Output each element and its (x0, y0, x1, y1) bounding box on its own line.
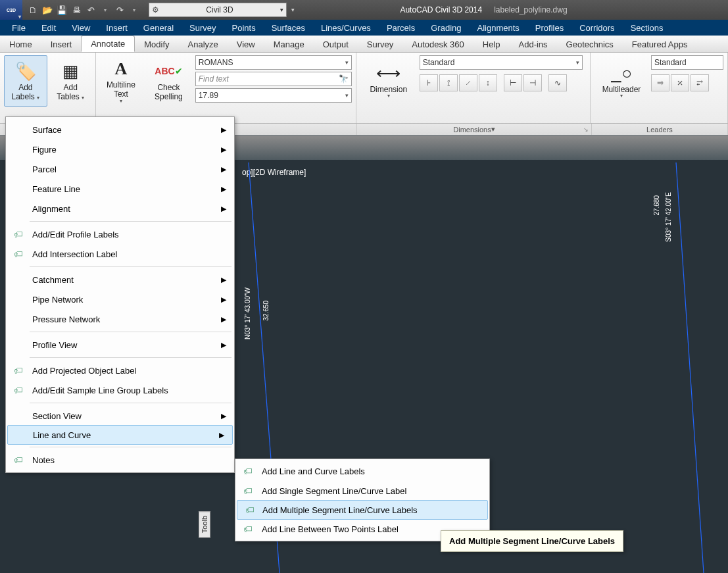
redo-icon[interactable]: ↷ (113, 3, 126, 16)
menu-item-label: Figure (32, 145, 57, 155)
workspace-value: Civil 3D (206, 5, 233, 14)
submenu-item-add-line-and-curve-labels[interactable]: 🏷Add Line and Curve Labels (235, 461, 489, 481)
menu-item-label: Section View (32, 411, 82, 421)
menu-item-notes[interactable]: 🏷Notes (6, 450, 234, 470)
multiline-text-button[interactable]: A Multiline Text ▾ (100, 55, 142, 107)
qat-customize-icon[interactable]: ▾ (287, 7, 299, 13)
menu-grading[interactable]: Grading (423, 21, 469, 35)
multileader-button[interactable]: ⎯○ Multileader ▾ (595, 55, 648, 107)
label-tag-icon: 🏷 (243, 486, 253, 496)
text-a-icon: A (114, 58, 127, 80)
menu-parcels[interactable]: Parcels (379, 21, 423, 35)
tab-survey[interactable]: Survey (358, 37, 402, 52)
menu-points[interactable]: Points (224, 21, 264, 35)
menu-item-label: Alignment (32, 204, 70, 214)
line-label-right: S03° 17' 42.00"E (664, 192, 673, 242)
add-labels-button[interactable]: 🏷️ Add Labels ▾ (4, 55, 47, 107)
menu-item-parcel[interactable]: Parcel▶ (6, 159, 234, 179)
tab-help[interactable]: Help (473, 37, 510, 52)
tab-manage[interactable]: Manage (264, 37, 314, 52)
undo-dropdown-icon[interactable]: ▾ (99, 3, 112, 16)
submenu-item-add-single-segment-line-curve-label[interactable]: 🏷Add Single Segment Line/Curve Label (235, 481, 489, 501)
menu-item-add-projected-object-label[interactable]: 🏷Add Projected Object Label (6, 361, 234, 380)
line-dist-right: 27.680 (652, 195, 661, 216)
tab-output[interactable]: Output (314, 37, 358, 52)
label-tag-icon: 🏷 (14, 249, 23, 259)
tab-analyze[interactable]: Analyze (179, 37, 228, 52)
menu-item-pressure-network[interactable]: Pressure Network▶ (6, 309, 234, 329)
menu-file[interactable]: File (4, 21, 34, 35)
menu-item-figure[interactable]: Figure▶ (6, 139, 234, 159)
leader-tool-3[interactable]: ⥂ (691, 74, 709, 91)
find-text-input[interactable]: Find text 🔭 (195, 72, 352, 86)
tab-geotechnics[interactable]: Geotechnics (557, 37, 623, 52)
menu-general[interactable]: General (135, 21, 182, 35)
dim-tool-3[interactable]: ⟋ (459, 74, 477, 91)
menu-item-add-edit-sample-line-group-labels[interactable]: 🏷Add/Edit Sample Line Group Labels (6, 380, 234, 400)
menu-item-label: Pressure Network (32, 314, 100, 324)
menu-item-add-edit-profile-labels[interactable]: 🏷Add/Edit Profile Labels (6, 224, 234, 244)
add-tables-button[interactable]: ▦ Add Tables ▾ (50, 55, 91, 107)
dim-tool-1[interactable]: ⊦ (420, 74, 438, 91)
tab-insert[interactable]: Insert (41, 37, 82, 52)
menu-view[interactable]: View (64, 21, 98, 35)
menu-survey[interactable]: Survey (182, 21, 224, 35)
chevron-down-icon: ▾ (387, 93, 390, 99)
table-icon: ▦ (62, 61, 79, 83)
menu-linescurves[interactable]: Lines/Curves (313, 21, 379, 35)
dim-tool-5[interactable]: ⊢ (504, 74, 522, 91)
toolspace-palette-tab[interactable]: Toolb (199, 511, 210, 537)
print-icon[interactable]: 🖶 (70, 3, 83, 16)
tab-annotate[interactable]: Annotate (81, 36, 135, 52)
leader-style-combo[interactable]: Standard (651, 55, 723, 70)
menu-profiles[interactable]: Profiles (527, 21, 571, 35)
redo-dropdown-icon[interactable]: ▾ (128, 3, 141, 16)
menu-insert[interactable]: Insert (98, 21, 135, 35)
menu-edit[interactable]: Edit (34, 21, 64, 35)
menu-item-profile-view[interactable]: Profile View▶ (6, 335, 234, 355)
menu-item-section-view[interactable]: Section View▶ (6, 406, 234, 426)
menu-item-surface[interactable]: Surface▶ (6, 120, 234, 139)
tab-modify[interactable]: Modify (135, 37, 178, 52)
text-style-combo[interactable]: ROMANS ▾ (195, 55, 352, 70)
menu-item-alignment[interactable]: Alignment▶ (6, 199, 234, 218)
submenu-item-add-multiple-segment-line-curve-labels[interactable]: 🏷Add Multiple Segment Line/Curve Labels (237, 500, 488, 520)
dialog-launcher-icon[interactable]: ↘ (583, 126, 589, 133)
open-icon[interactable]: 📂 (41, 3, 54, 16)
chevron-down-icon[interactable]: ▾ (491, 125, 495, 134)
dimension-button[interactable]: ⟷ Dimension ▾ (360, 55, 417, 107)
dim-tool-7[interactable]: ∿ (548, 74, 567, 91)
workspace-combo[interactable]: ⚙ Civil 3D ▾ (149, 3, 287, 17)
quick-access-toolbar: 🗋 📂 💾 🖶 ↶ ▾ ↷ ▾ (22, 3, 145, 16)
menu-sections[interactable]: Sections (623, 21, 671, 35)
app-menu-icon[interactable]: C3D (0, 0, 22, 20)
tab-addins[interactable]: Add-ins (510, 37, 557, 52)
undo-icon[interactable]: ↶ (84, 3, 97, 16)
menu-item-add-intersection-label[interactable]: 🏷Add Intersection Label (6, 244, 234, 264)
menu-item-pipe-network[interactable]: Pipe Network▶ (6, 289, 234, 309)
dim-tool-4[interactable]: ↕ (479, 74, 497, 91)
menu-item-catchment[interactable]: Catchment▶ (6, 270, 234, 289)
menu-surfaces[interactable]: Surfaces (264, 21, 313, 35)
dim-tool-6[interactable]: ⊣ (523, 74, 542, 91)
tab-featuredapps[interactable]: Featured Apps (623, 37, 697, 52)
dim-style-combo[interactable]: Standard ▾ (420, 55, 583, 70)
text-height-combo[interactable]: 17.89 ▾ (195, 88, 352, 103)
chevron-down-icon: ▾ (82, 95, 84, 101)
menu-item-label: Feature Line (32, 184, 80, 194)
new-icon[interactable]: 🗋 (26, 3, 39, 16)
leader-tool-1[interactable]: ⥤ (651, 74, 669, 91)
dim-tool-2[interactable]: ⟟ (439, 74, 458, 91)
menu-alignments[interactable]: Alignments (469, 21, 527, 35)
tab-home[interactable]: Home (0, 37, 41, 52)
menu-item-line-and-curve[interactable]: Line and Curve▶ (7, 425, 233, 445)
tab-view[interactable]: View (228, 37, 264, 52)
check-spelling-button[interactable]: ABC✔ Check Spelling (145, 55, 193, 107)
menu-corridors[interactable]: Corridors (571, 21, 622, 35)
leader-tool-2[interactable]: ⤫ (671, 74, 689, 91)
label-tag-icon: 🏷 (14, 385, 23, 395)
tab-autodesk360[interactable]: Autodesk 360 (402, 37, 473, 52)
chevron-down-icon: ▾ (280, 7, 283, 13)
menu-item-feature-line[interactable]: Feature Line▶ (6, 179, 234, 199)
save-icon[interactable]: 💾 (55, 3, 68, 16)
